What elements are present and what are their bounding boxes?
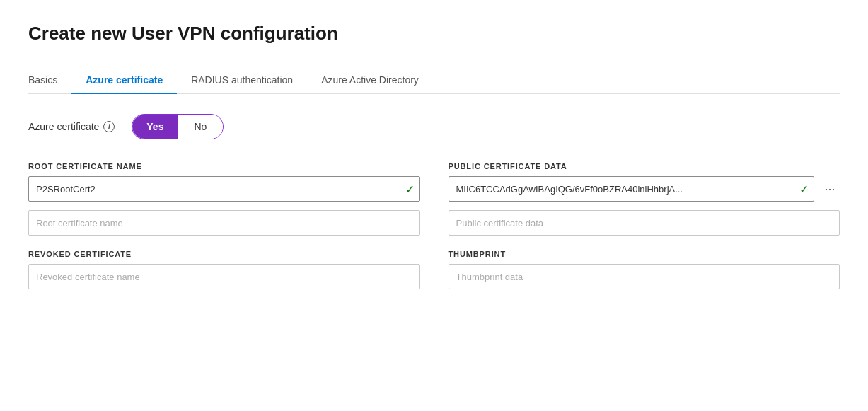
thumbprint-data-input[interactable] <box>449 264 840 289</box>
public-certificate-data-filled[interactable] <box>449 176 815 202</box>
root-certificate-section: ROOT CERTIFICATE NAME ✓ <box>28 162 420 244</box>
public-certificate-filled-row: ✓ ··· <box>449 176 840 202</box>
toggle-label-text: Azure certificate <box>28 121 99 132</box>
more-options-icon[interactable]: ··· <box>820 179 840 199</box>
toggle-label: Azure certificate i <box>28 121 115 132</box>
toggle-yes[interactable]: Yes <box>132 115 178 139</box>
tab-azure-ad[interactable]: Azure Active Directory <box>307 67 433 94</box>
azure-certificate-toggle-row: Azure certificate i Yes No <box>28 114 840 139</box>
public-certificate-filled-wrapper: ✓ <box>449 176 815 202</box>
tab-basics[interactable]: Basics <box>28 67 71 94</box>
tab-bar: Basics Azure certificate RADIUS authenti… <box>28 67 840 94</box>
revoked-certificate-label: REVOKED CERTIFICATE <box>28 250 420 258</box>
yes-no-toggle[interactable]: Yes No <box>132 114 224 139</box>
root-certificate-empty-row <box>28 210 420 236</box>
root-certificate-filled-row: ✓ <box>28 176 420 202</box>
public-certificate-section: PUBLIC CERTIFICATE DATA ✓ ··· <box>449 162 840 244</box>
revoked-certificate-section: REVOKED CERTIFICATE <box>28 250 420 298</box>
root-certificate-name-input[interactable] <box>28 210 420 236</box>
root-certificate-check-icon: ✓ <box>405 183 415 196</box>
info-icon[interactable]: i <box>103 121 115 132</box>
public-certificate-check-icon: ✓ <box>799 183 809 196</box>
thumbprint-row <box>449 264 840 289</box>
certificate-form: ROOT CERTIFICATE NAME ✓ PUBLIC CERTIFICA… <box>28 162 840 298</box>
revoked-certificate-name-input[interactable] <box>28 264 420 289</box>
thumbprint-label: THUMBPRINT <box>449 250 840 258</box>
tab-azure-certificate[interactable]: Azure certificate <box>71 67 177 94</box>
root-certificate-name-filled[interactable] <box>28 176 420 202</box>
revoked-certificate-row <box>28 264 420 289</box>
page-title: Create new User VPN configuration <box>28 23 840 45</box>
public-certificate-empty-row <box>449 210 840 236</box>
public-certificate-data-input[interactable] <box>449 210 840 236</box>
public-certificate-label: PUBLIC CERTIFICATE DATA <box>449 162 840 170</box>
toggle-no[interactable]: No <box>178 115 223 139</box>
root-certificate-label: ROOT CERTIFICATE NAME <box>28 162 420 170</box>
root-certificate-filled-wrapper: ✓ <box>28 176 420 202</box>
tab-radius-auth[interactable]: RADIUS authentication <box>177 67 307 94</box>
thumbprint-section: THUMBPRINT <box>449 250 840 298</box>
